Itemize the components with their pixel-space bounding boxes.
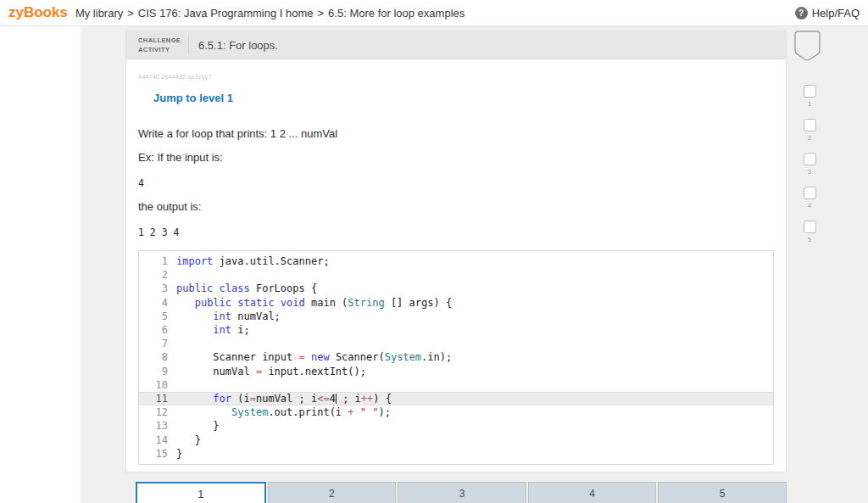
breadcrumb-current-section: 6.5: More for loop examples: [328, 7, 465, 20]
progress-step-4[interactable]: 4: [528, 482, 657, 503]
line-number: 8: [139, 350, 168, 364]
level-progress-bar: 12345: [136, 482, 787, 503]
help-faq-link[interactable]: ? Help/FAQ: [795, 0, 860, 26]
level-marker-number: 1: [797, 100, 822, 108]
code-editor-lines: 1import java.util.Scanner;23public class…: [139, 254, 773, 461]
breadcrumb-separator: >: [318, 7, 325, 20]
code-line-3[interactable]: 3public class ForLoops {: [139, 282, 773, 295]
level-checkbox-4[interactable]: [804, 187, 816, 199]
level-checkbox-3[interactable]: [804, 153, 816, 165]
example-input-intro: Ex: If the input is:: [138, 151, 774, 164]
line-number: 2: [139, 268, 168, 282]
code-line-8[interactable]: 8 Scanner input = new Scanner(System.in)…: [139, 350, 773, 364]
code-text: int numVal;: [176, 310, 281, 323]
code-text: }: [176, 447, 182, 461]
code-line-5[interactable]: 5 int numVal;: [139, 310, 773, 323]
help-label: Help/FAQ: [812, 7, 860, 20]
code-line-9[interactable]: 9 numVal = input.nextInt();: [139, 365, 773, 378]
progress-step-3[interactable]: 3: [398, 482, 526, 503]
line-number: 7: [139, 337, 168, 350]
level-marker-number: 2: [797, 134, 822, 142]
code-line-7[interactable]: 7: [139, 337, 773, 350]
level-marker-3: 3: [797, 153, 822, 187]
jump-to-level-link[interactable]: Jump to level 1: [153, 92, 233, 104]
code-editor[interactable]: 1import java.util.Scanner;23public class…: [138, 250, 774, 465]
example-input-value: 4: [138, 177, 774, 189]
code-text: }: [176, 419, 220, 433]
bookmark-icon: [794, 31, 821, 61]
code-text: import java.util.Scanner;: [176, 254, 330, 268]
level-marker-5: 5: [797, 221, 822, 254]
line-number: 6: [139, 323, 168, 337]
help-icon: ?: [795, 7, 808, 20]
level-checkbox-5[interactable]: [804, 221, 816, 233]
code-text: public class ForLoops {: [176, 282, 317, 295]
code-line-1[interactable]: 1import java.util.Scanner;: [139, 254, 773, 268]
code-text: public static void main (String [] args)…: [176, 296, 452, 310]
challenge-activity-card: CHALLENGE ACTIVITY 6.5.1: For loops. 444…: [125, 31, 787, 472]
breadcrumb: My library > CIS 176: Java Programming I…: [75, 7, 465, 20]
line-number: 1: [139, 254, 168, 268]
level-marker-4: 4: [797, 187, 822, 221]
code-line-11[interactable]: 11 for (i=numVal ; i<=4 ; i++) {: [139, 392, 773, 405]
resource-id: 444740.2644432.qx3zqy7: [138, 73, 774, 81]
level-marker-number: 3: [797, 168, 822, 176]
line-number: 9: [139, 365, 168, 378]
line-number: 15: [139, 447, 168, 461]
code-text: }: [176, 433, 201, 447]
level-checkbox-2[interactable]: [804, 119, 816, 131]
progress-step-1[interactable]: 1: [136, 482, 266, 503]
line-number: 13: [139, 419, 168, 433]
code-line-15[interactable]: 15}: [139, 447, 773, 461]
code-text: numVal = input.nextInt();: [176, 365, 366, 378]
zybooks-logo[interactable]: zyBooks: [8, 4, 68, 21]
code-text: Scanner input = new Scanner(System.in);: [176, 350, 452, 364]
example-output-value: 1 2 3 4: [138, 226, 774, 238]
line-number: 14: [139, 433, 168, 447]
line-number: 11: [139, 392, 168, 405]
code-line-4[interactable]: 4 public static void main (String [] arg…: [139, 296, 773, 310]
code-line-6[interactable]: 6 int i;: [139, 323, 773, 337]
top-navigation-bar: zyBooks My library > CIS 176: Java Progr…: [0, 0, 868, 26]
breadcrumb-course-home[interactable]: CIS 176: Java Programming I home: [138, 7, 314, 20]
example-output-intro: the output is:: [138, 200, 774, 213]
level-marker-2: 2: [797, 119, 822, 153]
activity-header: CHALLENGE ACTIVITY 6.5.1: For loops.: [126, 31, 786, 59]
level-marker-1: 1: [797, 85, 822, 119]
code-text: int i;: [176, 323, 250, 337]
line-number: 4: [139, 296, 168, 310]
code-line-2[interactable]: 2: [139, 268, 773, 282]
level-status-column: 12345: [797, 85, 822, 254]
prompt-text: Write a for loop that prints: 1 2 ... nu…: [138, 127, 774, 140]
code-line-10[interactable]: 10: [139, 378, 773, 392]
breadcrumb-separator: >: [127, 7, 134, 20]
code-line-12[interactable]: 12 System.out.print(i + " ");: [139, 405, 773, 419]
activity-body: 444740.2644432.qx3zqy7 Jump to level 1 W…: [126, 59, 786, 465]
activity-title: 6.5.1: For loops.: [198, 39, 278, 52]
code-text: for (i=numVal ; i<=4 ; i++) {: [176, 392, 392, 405]
level-marker-number: 4: [797, 202, 822, 210]
breadcrumb-my-library[interactable]: My library: [75, 7, 123, 20]
code-line-13[interactable]: 13 }: [139, 419, 773, 433]
line-number: 12: [139, 405, 168, 419]
line-number: 3: [139, 282, 168, 295]
code-text: System.out.print(i + " ");: [176, 405, 391, 419]
progress-step-5[interactable]: 5: [658, 482, 787, 503]
code-line-14[interactable]: 14 }: [139, 433, 773, 447]
line-number: 10: [139, 378, 168, 392]
level-marker-number: 5: [797, 236, 822, 243]
level-checkbox-1[interactable]: [804, 85, 816, 98]
line-number: 5: [139, 310, 168, 323]
activity-type-label: CHALLENGE ACTIVITY: [126, 36, 189, 55]
progress-step-2[interactable]: 2: [268, 482, 397, 503]
page-content-area: CHALLENGE ACTIVITY 6.5.1: For loops. 444…: [81, 26, 868, 503]
